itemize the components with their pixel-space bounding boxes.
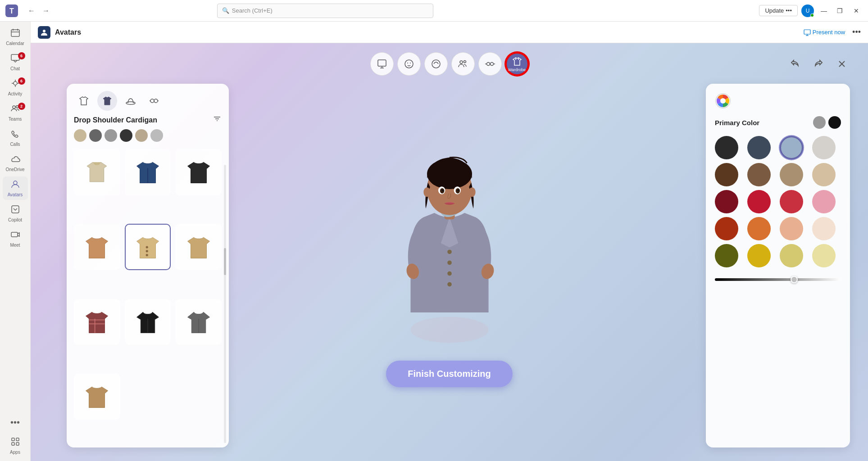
chat-badge: 6	[18, 52, 25, 59]
sidebar-item-activity[interactable]: 6 Activity	[3, 76, 28, 99]
tool-pose-button[interactable]	[370, 52, 394, 76]
color-chip-1[interactable]	[74, 129, 86, 142]
color-swatch-dark-brown[interactable]	[715, 163, 738, 186]
wardrobe-item-blazer-black[interactable]	[125, 299, 171, 345]
svg-rect-21	[378, 60, 386, 66]
wardrobe-tab-hat[interactable]	[121, 91, 141, 111]
sidebar-item-calls[interactable]: Calls	[3, 126, 28, 149]
filter-button[interactable]	[213, 114, 222, 126]
color-swatch-dark1[interactable]	[715, 136, 738, 159]
update-button[interactable]: Update •••	[759, 5, 798, 16]
avatars-icon	[10, 179, 20, 191]
svg-rect-18	[804, 30, 810, 34]
wardrobe-scrollbar-thumb[interactable]	[224, 248, 226, 275]
color-swatch-olive[interactable]	[715, 244, 738, 267]
color-swatch-pink[interactable]	[812, 190, 836, 213]
sidebar-item-avatars[interactable]: Avatars	[3, 176, 28, 200]
wardrobe-item-cardigan-tan1[interactable]	[74, 224, 120, 270]
tool-wardrobe-button[interactable]: Wardrobe	[505, 52, 529, 76]
wardrobe-panel: Drop Shoulder Cardigan	[67, 84, 229, 447]
color-swatch-dark-red[interactable]	[715, 190, 738, 213]
color-swatch-tan[interactable]	[780, 163, 803, 186]
calendar-icon	[10, 28, 20, 40]
sidebar-item-apps[interactable]: Apps	[3, 434, 28, 457]
wardrobe-item-jacket-military[interactable]	[175, 149, 222, 195]
tool-people-button[interactable]	[451, 52, 475, 76]
tool-reactions-button[interactable]	[424, 52, 448, 76]
present-now-label: Present now	[813, 29, 845, 36]
app-header-right: Present now •••	[800, 27, 861, 38]
minimize-button[interactable]: —	[818, 5, 830, 17]
svg-point-51	[146, 253, 148, 256]
wardrobe-tab-top-filled[interactable]	[97, 91, 117, 111]
color-swatch-blue-gray[interactable]	[780, 136, 803, 159]
wardrobe-item-blazer-gray[interactable]	[175, 299, 222, 345]
primary-swatch-gray[interactable]	[813, 116, 826, 129]
wardrobe-item-hoodie[interactable]	[74, 149, 120, 195]
tool-face-button[interactable]	[397, 52, 421, 76]
sidebar-item-meet[interactable]: Meet	[3, 227, 28, 250]
svg-point-71	[441, 189, 443, 191]
forward-button[interactable]: →	[40, 5, 52, 17]
color-swatch-peach[interactable]	[812, 217, 836, 240]
finish-customizing-button[interactable]: Finish Customizing	[386, 361, 512, 387]
color-swatch-yellow[interactable]	[747, 244, 771, 267]
sidebar-item-chat[interactable]: 6 Chat	[3, 50, 28, 74]
wardrobe-item-jacket-blue[interactable]	[125, 149, 171, 195]
svg-rect-14	[16, 438, 19, 441]
color-swatch-light-orange[interactable]	[780, 217, 803, 240]
close-button[interactable]: ✕	[850, 5, 863, 17]
wardrobe-tab-top-outline[interactable]	[74, 91, 94, 111]
color-swatch-light-gray[interactable]	[812, 136, 836, 159]
wardrobe-item-cardigan-tan2[interactable]	[175, 224, 222, 270]
primary-swatch-black[interactable]	[828, 116, 841, 129]
svg-point-59	[447, 260, 452, 265]
sidebar-item-calendar[interactable]: Calendar	[3, 25, 28, 49]
toolbar-row: Wardrobe	[370, 52, 529, 76]
color-swatch-pale-yellow[interactable]	[812, 244, 836, 267]
copilot-icon	[10, 204, 20, 217]
svg-rect-16	[16, 443, 19, 445]
wardrobe-color-strip	[67, 129, 229, 145]
wardrobe-title-row: Drop Shoulder Cardigan	[67, 114, 229, 129]
brightness-slider-track[interactable]	[715, 278, 841, 281]
sidebar-item-copilot[interactable]: Copilot	[3, 202, 28, 225]
color-swatch-bright-red[interactable]	[780, 190, 803, 213]
color-swatch-light-tan[interactable]	[812, 163, 836, 186]
color-swatch-light-yellow[interactable]	[780, 244, 803, 267]
editor-close-button[interactable]	[834, 56, 850, 72]
sidebar-item-more[interactable]: •••	[3, 415, 28, 432]
color-chip-6[interactable]	[150, 129, 163, 142]
user-avatar[interactable]: U	[801, 5, 814, 17]
color-chip-3[interactable]	[105, 129, 117, 142]
svg-rect-15	[12, 443, 14, 445]
color-chip-4[interactable]	[120, 129, 132, 142]
header-more-button[interactable]: •••	[852, 27, 861, 37]
brightness-slider-thumb[interactable]	[791, 276, 798, 283]
tool-accessories-button[interactable]	[478, 52, 502, 76]
wardrobe-item-tan-coat[interactable]	[74, 374, 120, 420]
wardrobe-tabs	[67, 84, 229, 114]
avatar-center: Finish Customizing	[238, 43, 661, 461]
search-bar[interactable]: 🔍 Search (Ctrl+E)	[217, 4, 433, 18]
svg-point-61	[447, 282, 452, 286]
content-area: Wardrobe	[31, 43, 868, 461]
sidebar-label-activity: Activity	[8, 91, 23, 96]
color-swatch-dark-orange[interactable]	[715, 217, 738, 240]
color-swatch-med-brown[interactable]	[747, 163, 771, 186]
sidebar-item-onedrive[interactable]: OneDrive	[3, 151, 28, 175]
color-swatch-red[interactable]	[747, 190, 771, 213]
color-swatch-orange[interactable]	[747, 217, 771, 240]
color-swatch-dark2[interactable]	[747, 136, 771, 159]
wardrobe-tab-glasses[interactable]	[144, 91, 164, 111]
wardrobe-item-plaid[interactable]	[74, 299, 120, 345]
undo-button[interactable]	[787, 56, 803, 72]
back-button[interactable]: ←	[25, 5, 38, 17]
wardrobe-item-cardigan-selected[interactable]	[125, 224, 171, 270]
redo-button[interactable]	[810, 56, 827, 72]
color-chip-5[interactable]	[135, 129, 148, 142]
sidebar-item-teams[interactable]: 2 Teams	[3, 101, 28, 124]
maximize-button[interactable]: ❐	[834, 5, 846, 17]
color-chip-2[interactable]	[89, 129, 102, 142]
present-now-button[interactable]: Present now	[800, 27, 849, 38]
